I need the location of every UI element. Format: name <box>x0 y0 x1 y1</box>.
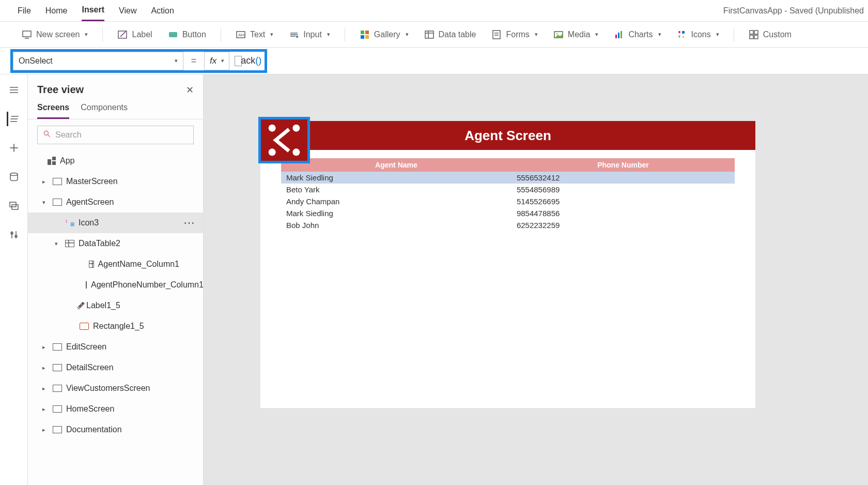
formula-input[interactable]: ack() <box>235 52 261 70</box>
rectangle-icon <box>80 323 89 330</box>
svg-rect-22 <box>615 35 617 38</box>
cell-name: Mark Siedling <box>281 172 512 184</box>
chevron-icon[interactable]: ▸ <box>42 406 49 413</box>
svg-rect-26 <box>682 31 685 34</box>
tree-node[interactable]: AgentName_Column1⋯ <box>28 254 203 275</box>
tree-node-label: ViewCustomersScreen <box>66 384 179 393</box>
svg-point-44 <box>44 131 48 135</box>
charts-button[interactable]: Charts ▾ <box>610 27 665 42</box>
app-icon <box>48 157 56 165</box>
tree-node[interactable]: ▾DataTable2⋯ <box>28 233 203 254</box>
tree-node-app[interactable]: App <box>28 150 203 171</box>
separator <box>102 27 103 42</box>
tree-node[interactable]: Rectangle1_5⋯ <box>28 316 203 337</box>
gallery-icon <box>360 29 370 40</box>
chevron-icon[interactable]: ▸ <box>42 344 49 351</box>
table-row[interactable]: Andy Champan5145526695 <box>281 195 735 207</box>
table-row[interactable]: Mark Siedling5556532412 <box>281 172 735 184</box>
tree-node[interactable]: ▾AgentScreen⋯ <box>28 192 203 213</box>
tree-tab-components[interactable]: Components <box>81 100 128 119</box>
svg-point-47 <box>292 125 300 132</box>
table-row[interactable]: Beto Yark5554856989 <box>281 184 735 195</box>
label-button[interactable]: Label <box>113 27 156 42</box>
tree-title: Tree view <box>37 84 84 96</box>
screen-header: Agent Screen <box>260 121 755 150</box>
tree-node[interactable]: ▸DetailScreen⋯ <box>28 357 203 378</box>
tree-node[interactable]: ▸MasterScreen⋯ <box>28 171 203 192</box>
menu-insert[interactable]: Insert <box>82 0 104 21</box>
tree-node[interactable]: AgentPhoneNumber_Column1⋯ <box>28 275 203 295</box>
tree-view-panel: Tree view ✕ ScreensComponents Search App… <box>28 74 204 485</box>
media-button[interactable]: Media ▾ <box>549 27 603 42</box>
tree-node-label: DataTable2 <box>79 239 179 248</box>
gallery-button[interactable]: Gallery ▾ <box>355 27 413 42</box>
tools-button[interactable] <box>7 228 21 242</box>
svg-point-21 <box>556 33 557 34</box>
menu-home[interactable]: Home <box>45 0 68 21</box>
chevron-icon[interactable]: ▸ <box>42 385 49 392</box>
chevron-icon[interactable]: ▾ <box>42 199 49 206</box>
chevron-down-icon: ▾ <box>658 31 661 38</box>
add-button[interactable] <box>7 141 21 155</box>
tree-node[interactable]: ▸ViewCustomersScreen⋯ <box>28 378 203 399</box>
table-row[interactable]: Mark Siedling9854478856 <box>281 207 735 219</box>
hamburger-button[interactable] <box>7 83 21 97</box>
icons-button[interactable]: + Icons ▾ <box>673 27 723 42</box>
tree-node-label: Label1_5 <box>86 301 179 310</box>
svg-rect-14 <box>425 31 433 38</box>
search-icon <box>43 130 51 140</box>
fx-button[interactable]: fx ▾ <box>204 52 229 70</box>
svg-rect-23 <box>618 33 619 38</box>
input-button[interactable]: Input ▾ <box>285 27 334 42</box>
menu-view[interactable]: View <box>119 0 136 21</box>
formula-bar: OnSelect ▾ = fx ▾ ack() <box>0 48 868 74</box>
button-button[interactable]: Button <box>164 27 210 42</box>
property-selector[interactable]: OnSelect ▾ <box>13 52 183 70</box>
forms-icon <box>491 29 502 40</box>
svg-point-25 <box>678 31 680 33</box>
tree-node[interactable]: ▸Documentation⋯ <box>28 419 203 440</box>
tree-view-button[interactable] <box>7 112 21 126</box>
tree-node[interactable]: ▸HomeScreen⋯ <box>28 399 203 419</box>
charts-icon <box>614 29 624 40</box>
tree-search-input[interactable]: Search <box>37 126 194 144</box>
chevron-icon[interactable]: ▸ <box>42 365 49 371</box>
menu-action[interactable]: Action <box>151 0 174 21</box>
separator <box>221 27 221 42</box>
data-button[interactable] <box>7 170 21 184</box>
canvas-area[interactable]: Agent Screen Agent NamePhone Number Mark… <box>204 74 868 485</box>
svg-point-49 <box>292 148 300 156</box>
charts-label: Charts <box>628 30 653 39</box>
custom-button[interactable]: Custom <box>745 27 796 42</box>
table-row[interactable]: Bob John6252232259 <box>281 219 735 231</box>
label-text: Label <box>132 30 152 39</box>
screen-icon <box>53 199 62 206</box>
column-header[interactable]: Phone Number <box>512 158 735 172</box>
column-header[interactable]: Agent Name <box>281 158 512 172</box>
tree-node[interactable]: ▸EditScreen⋯ <box>28 337 203 357</box>
cell-name: Beto Yark <box>281 184 512 195</box>
chevron-down-icon: ▾ <box>595 31 598 38</box>
separator <box>734 27 734 42</box>
media-rail-button[interactable] <box>7 199 21 213</box>
new-screen-button[interactable]: New screen ▾ <box>18 27 92 42</box>
gallery-label: Gallery <box>374 30 400 39</box>
tree-tab-screens[interactable]: Screens <box>37 100 69 119</box>
close-icon[interactable]: ✕ <box>186 84 194 96</box>
chevron-icon[interactable]: ▸ <box>42 427 49 433</box>
back-icon-selected[interactable] <box>258 117 310 163</box>
tree-node[interactable]: Icon3⋯ <box>28 213 203 233</box>
menu-file[interactable]: File <box>18 0 31 21</box>
data-table-button[interactable]: Data table <box>420 27 481 42</box>
left-rail <box>0 74 28 485</box>
data-table[interactable]: Agent NamePhone Number Mark Siedling5556… <box>260 150 755 231</box>
chevron-icon[interactable]: ▾ <box>55 240 61 247</box>
tree-node-label: MasterScreen <box>66 177 179 186</box>
chevron-icon[interactable]: ▸ <box>42 178 49 185</box>
forms-button[interactable]: Forms ▾ <box>487 27 541 42</box>
svg-rect-10 <box>361 31 364 34</box>
text-button[interactable]: Abc Text ▾ <box>231 27 277 42</box>
cell-phone: 5145526695 <box>512 195 735 207</box>
tree-node[interactable]: Label1_5⋯ <box>28 295 203 316</box>
tree-node-label: EditScreen <box>66 342 179 352</box>
